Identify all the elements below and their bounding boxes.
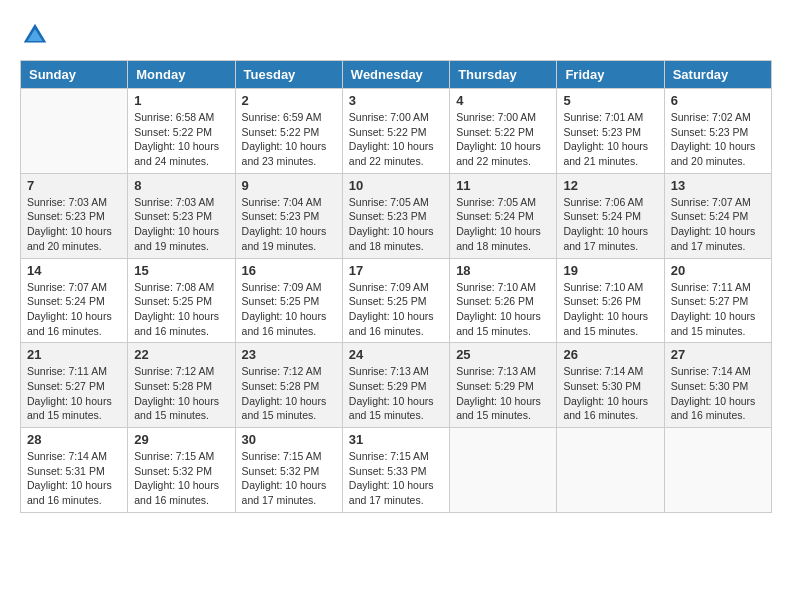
page-header [20,20,772,50]
calendar: SundayMondayTuesdayWednesdayThursdayFrid… [20,60,772,513]
column-header-sunday: Sunday [21,61,128,89]
day-info: Sunrise: 7:00 AM Sunset: 5:22 PM Dayligh… [456,110,550,169]
day-info: Sunrise: 7:08 AM Sunset: 5:25 PM Dayligh… [134,280,228,339]
day-info: Sunrise: 7:07 AM Sunset: 5:24 PM Dayligh… [27,280,121,339]
day-number: 25 [456,347,550,362]
day-number: 13 [671,178,765,193]
day-info: Sunrise: 7:09 AM Sunset: 5:25 PM Dayligh… [349,280,443,339]
day-number: 2 [242,93,336,108]
day-cell [557,428,664,513]
day-number: 12 [563,178,657,193]
day-info: Sunrise: 6:59 AM Sunset: 5:22 PM Dayligh… [242,110,336,169]
day-number: 30 [242,432,336,447]
day-number: 23 [242,347,336,362]
day-info: Sunrise: 7:03 AM Sunset: 5:23 PM Dayligh… [27,195,121,254]
day-number: 7 [27,178,121,193]
day-cell: 11Sunrise: 7:05 AM Sunset: 5:24 PM Dayli… [450,173,557,258]
day-cell: 16Sunrise: 7:09 AM Sunset: 5:25 PM Dayli… [235,258,342,343]
day-cell: 8Sunrise: 7:03 AM Sunset: 5:23 PM Daylig… [128,173,235,258]
week-row-1: 1Sunrise: 6:58 AM Sunset: 5:22 PM Daylig… [21,89,772,174]
logo [20,20,55,50]
day-cell: 13Sunrise: 7:07 AM Sunset: 5:24 PM Dayli… [664,173,771,258]
day-number: 3 [349,93,443,108]
day-cell [450,428,557,513]
day-number: 4 [456,93,550,108]
day-number: 28 [27,432,121,447]
day-info: Sunrise: 7:13 AM Sunset: 5:29 PM Dayligh… [456,364,550,423]
day-cell: 10Sunrise: 7:05 AM Sunset: 5:23 PM Dayli… [342,173,449,258]
column-header-tuesday: Tuesday [235,61,342,89]
day-cell: 14Sunrise: 7:07 AM Sunset: 5:24 PM Dayli… [21,258,128,343]
day-cell: 5Sunrise: 7:01 AM Sunset: 5:23 PM Daylig… [557,89,664,174]
day-cell: 2Sunrise: 6:59 AM Sunset: 5:22 PM Daylig… [235,89,342,174]
day-info: Sunrise: 7:02 AM Sunset: 5:23 PM Dayligh… [671,110,765,169]
day-number: 18 [456,263,550,278]
day-info: Sunrise: 7:04 AM Sunset: 5:23 PM Dayligh… [242,195,336,254]
day-cell: 9Sunrise: 7:04 AM Sunset: 5:23 PM Daylig… [235,173,342,258]
day-number: 11 [456,178,550,193]
day-number: 6 [671,93,765,108]
day-cell: 7Sunrise: 7:03 AM Sunset: 5:23 PM Daylig… [21,173,128,258]
day-info: Sunrise: 7:11 AM Sunset: 5:27 PM Dayligh… [27,364,121,423]
day-number: 15 [134,263,228,278]
day-info: Sunrise: 7:10 AM Sunset: 5:26 PM Dayligh… [563,280,657,339]
day-number: 22 [134,347,228,362]
day-info: Sunrise: 7:14 AM Sunset: 5:30 PM Dayligh… [671,364,765,423]
day-cell: 21Sunrise: 7:11 AM Sunset: 5:27 PM Dayli… [21,343,128,428]
day-info: Sunrise: 6:58 AM Sunset: 5:22 PM Dayligh… [134,110,228,169]
week-row-5: 28Sunrise: 7:14 AM Sunset: 5:31 PM Dayli… [21,428,772,513]
day-info: Sunrise: 7:12 AM Sunset: 5:28 PM Dayligh… [134,364,228,423]
header-row: SundayMondayTuesdayWednesdayThursdayFrid… [21,61,772,89]
day-number: 9 [242,178,336,193]
day-cell: 20Sunrise: 7:11 AM Sunset: 5:27 PM Dayli… [664,258,771,343]
day-number: 29 [134,432,228,447]
column-header-monday: Monday [128,61,235,89]
day-info: Sunrise: 7:03 AM Sunset: 5:23 PM Dayligh… [134,195,228,254]
week-row-2: 7Sunrise: 7:03 AM Sunset: 5:23 PM Daylig… [21,173,772,258]
day-number: 8 [134,178,228,193]
day-cell: 29Sunrise: 7:15 AM Sunset: 5:32 PM Dayli… [128,428,235,513]
day-info: Sunrise: 7:12 AM Sunset: 5:28 PM Dayligh… [242,364,336,423]
day-info: Sunrise: 7:10 AM Sunset: 5:26 PM Dayligh… [456,280,550,339]
day-cell: 26Sunrise: 7:14 AM Sunset: 5:30 PM Dayli… [557,343,664,428]
column-header-friday: Friday [557,61,664,89]
day-cell: 18Sunrise: 7:10 AM Sunset: 5:26 PM Dayli… [450,258,557,343]
day-info: Sunrise: 7:15 AM Sunset: 5:33 PM Dayligh… [349,449,443,508]
day-info: Sunrise: 7:14 AM Sunset: 5:30 PM Dayligh… [563,364,657,423]
logo-icon [20,20,50,50]
day-info: Sunrise: 7:01 AM Sunset: 5:23 PM Dayligh… [563,110,657,169]
day-cell: 1Sunrise: 6:58 AM Sunset: 5:22 PM Daylig… [128,89,235,174]
day-info: Sunrise: 7:00 AM Sunset: 5:22 PM Dayligh… [349,110,443,169]
day-number: 17 [349,263,443,278]
day-cell [21,89,128,174]
day-info: Sunrise: 7:15 AM Sunset: 5:32 PM Dayligh… [134,449,228,508]
day-number: 21 [27,347,121,362]
day-number: 1 [134,93,228,108]
day-number: 27 [671,347,765,362]
day-info: Sunrise: 7:15 AM Sunset: 5:32 PM Dayligh… [242,449,336,508]
day-cell: 24Sunrise: 7:13 AM Sunset: 5:29 PM Dayli… [342,343,449,428]
day-cell: 15Sunrise: 7:08 AM Sunset: 5:25 PM Dayli… [128,258,235,343]
day-cell: 25Sunrise: 7:13 AM Sunset: 5:29 PM Dayli… [450,343,557,428]
day-info: Sunrise: 7:06 AM Sunset: 5:24 PM Dayligh… [563,195,657,254]
column-header-saturday: Saturday [664,61,771,89]
day-info: Sunrise: 7:13 AM Sunset: 5:29 PM Dayligh… [349,364,443,423]
day-info: Sunrise: 7:07 AM Sunset: 5:24 PM Dayligh… [671,195,765,254]
day-cell: 31Sunrise: 7:15 AM Sunset: 5:33 PM Dayli… [342,428,449,513]
week-row-4: 21Sunrise: 7:11 AM Sunset: 5:27 PM Dayli… [21,343,772,428]
day-number: 19 [563,263,657,278]
day-number: 24 [349,347,443,362]
day-cell: 30Sunrise: 7:15 AM Sunset: 5:32 PM Dayli… [235,428,342,513]
day-cell: 23Sunrise: 7:12 AM Sunset: 5:28 PM Dayli… [235,343,342,428]
day-number: 5 [563,93,657,108]
day-number: 10 [349,178,443,193]
day-number: 31 [349,432,443,447]
day-number: 14 [27,263,121,278]
day-info: Sunrise: 7:05 AM Sunset: 5:23 PM Dayligh… [349,195,443,254]
day-cell: 12Sunrise: 7:06 AM Sunset: 5:24 PM Dayli… [557,173,664,258]
day-info: Sunrise: 7:11 AM Sunset: 5:27 PM Dayligh… [671,280,765,339]
column-header-thursday: Thursday [450,61,557,89]
day-info: Sunrise: 7:14 AM Sunset: 5:31 PM Dayligh… [27,449,121,508]
day-cell: 3Sunrise: 7:00 AM Sunset: 5:22 PM Daylig… [342,89,449,174]
day-number: 26 [563,347,657,362]
